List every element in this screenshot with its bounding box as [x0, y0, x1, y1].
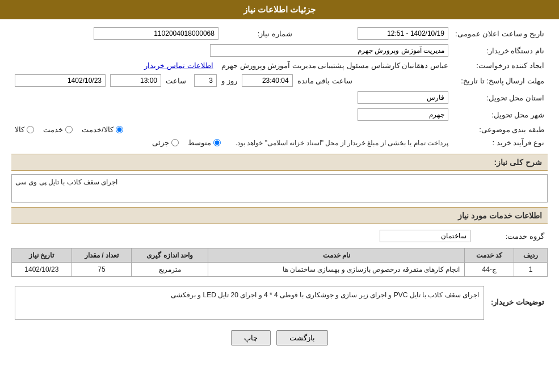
need-desc-box: اجرای سقف کاذب با تایل پی وی سی — [11, 174, 548, 203]
process-note: پرداخت تمام یا بخشی از مبلغ خریدار از مح… — [236, 139, 448, 147]
print-button[interactable]: چاپ — [231, 330, 271, 345]
category-radio-kala-khedmat-input[interactable] — [116, 126, 123, 133]
category-radio-kala-input[interactable] — [27, 126, 34, 133]
days-label: روز و — [221, 77, 237, 85]
city-label: شهر محل تحویل: — [452, 106, 548, 123]
process-type-row: پرداخت تمام یا بخشی از مبلغ خریدار از مح… — [15, 138, 448, 147]
services-table-body: 1ج-44انجام کارهای متفرقه درخصوص بازسازی … — [12, 263, 548, 277]
table-cell: مترمربع — [132, 263, 208, 277]
table-row: 1ج-44انجام کارهای متفرقه درخصوص بازسازی … — [12, 263, 548, 277]
category-radio-khedmat-input[interactable] — [65, 126, 73, 133]
requester-label: ایجاد کننده درخواست: — [452, 59, 548, 72]
buttons-row: بازگشت چاپ — [11, 330, 548, 345]
col-unit: واحد اندازه گیری — [132, 248, 208, 263]
category-label: طبقه بندی موضوعی: — [452, 123, 548, 136]
services-table: ردیف کد خدمت نام خدمت واحد اندازه گیری ت… — [11, 248, 548, 277]
days-input[interactable] — [194, 74, 217, 87]
col-qty: تعداد / مقدار — [72, 248, 132, 263]
table-row: شهر محل تحویل: — [11, 106, 548, 123]
table-cell: انجام کارهای متفرقه درخصوص بازسازی و بهس… — [208, 263, 465, 277]
page-title: جزئیات اطلاعات نیاز — [243, 5, 316, 14]
table-cell: 1402/10/23 — [12, 263, 72, 277]
announce-label: تاریخ و ساعت اعلان عمومی: — [452, 25, 548, 42]
table-header-row: ردیف کد خدمت نام خدمت واحد اندازه گیری ت… — [12, 248, 548, 263]
remaining-label: ساعت باقی مانده — [297, 77, 352, 85]
deadline-row: ساعت باقی مانده روز و ساعت — [15, 74, 448, 87]
category-radio-group: کالا/خدمت خدمت کالا — [15, 125, 448, 134]
requester-link[interactable]: اطلاعات تماس خریدار — [144, 61, 213, 70]
services-header-label: اطلاعات خدمات مورد نیاز — [458, 211, 542, 220]
need-number-value-cell — [11, 25, 222, 42]
process-radio-motevaset-input[interactable] — [213, 139, 221, 146]
need-desc-header-label: شرح کلی نیاز: — [494, 158, 542, 167]
need-desc-section-header: شرح کلی نیاز: — [11, 154, 548, 171]
col-service-name: نام خدمت — [208, 248, 465, 263]
col-row: ردیف — [514, 248, 548, 263]
category-radio-khedmat-label: خدمت — [43, 125, 63, 134]
city-input[interactable] — [358, 108, 448, 121]
page-header: جزئیات اطلاعات نیاز — [0, 0, 559, 19]
deadline-time-input[interactable] — [110, 74, 161, 87]
requester-value-cell: عباس دهقانیان کارشناس مسئول پشتیبانی مدی… — [11, 59, 452, 72]
table-cell: 1 — [514, 263, 548, 277]
province-value-cell — [11, 89, 452, 106]
main-info-table: تاریخ و ساعت اعلان عمومی: شماره نیاز: نا… — [11, 25, 548, 149]
city-value-cell — [11, 106, 452, 123]
buyer-desc-label: توضیحات خریدار: — [487, 281, 548, 322]
category-radio-kala-khedmat[interactable]: کالا/خدمت — [82, 125, 123, 134]
process-radio-jozii-label: جزئی — [152, 138, 169, 147]
need-desc-area: اجرای سقف کاذب با تایل پی وی سی — [11, 174, 548, 203]
requester-name: عباس دهقانیان کارشناس مسئول پشتیبانی مدی… — [221, 61, 448, 70]
page-wrapper: جزئیات اطلاعات نیاز تاریخ و ساعت اعلان ع… — [0, 0, 559, 392]
col-date: تاریخ نیاز — [12, 248, 72, 263]
table-row: نوع فرآیند خرید : پرداخت تمام یا بخشی از… — [11, 136, 548, 149]
table-cell: ج-44 — [465, 263, 514, 277]
category-radio-kala[interactable]: کالا — [15, 125, 34, 134]
process-radio-group: متوسط جزئی — [152, 138, 221, 147]
content-area: تاریخ و ساعت اعلان عمومی: شماره نیاز: نا… — [0, 19, 559, 357]
process-radio-motevaset[interactable]: متوسط — [188, 138, 221, 147]
buyer-name-value-cell — [11, 42, 452, 59]
service-group-input[interactable] — [380, 230, 470, 242]
time-label: ساعت — [166, 77, 186, 85]
deadline-date-input[interactable] — [15, 74, 106, 87]
process-radio-jozii-input[interactable] — [171, 139, 179, 146]
table-row: مهلت ارسال پاسخ: تا تاریخ: ساعت باقی مان… — [11, 72, 548, 89]
service-group-label: گروه خدمت: — [474, 227, 548, 245]
table-row: تاریخ و ساعت اعلان عمومی: شماره نیاز: — [11, 25, 548, 42]
buyer-desc-value-cell: اجرای سقف کاذب با تایل PVC و اجرای زیر س… — [11, 281, 487, 322]
table-row: ایجاد کننده درخواست: عباس دهقانیان کارشن… — [11, 59, 548, 72]
service-group-table: گروه خدمت: — [11, 227, 548, 245]
buyer-desc-text: اجرای سقف کاذب با تایل PVC و اجرای زیر س… — [171, 291, 479, 299]
category-radio-khedmat[interactable]: خدمت — [43, 125, 73, 134]
announce-date-row — [299, 27, 448, 40]
table-row: طبقه بندی موضوعی: کالا/خدمت خدمت — [11, 123, 548, 136]
table-cell: 75 — [72, 263, 132, 277]
need-number-input[interactable] — [94, 27, 218, 40]
deadline-label: مهلت ارسال پاسخ: تا تاریخ: — [452, 72, 548, 89]
process-radio-jozii[interactable]: جزئی — [152, 138, 179, 147]
deadline-value-cell: ساعت باقی مانده روز و ساعت — [11, 72, 452, 89]
category-value-cell: کالا/خدمت خدمت کالا — [11, 123, 452, 136]
remaining-input[interactable] — [242, 74, 293, 87]
col-code: کد خدمت — [465, 248, 514, 263]
announce-value-cell — [296, 25, 452, 42]
process-radio-motevaset-label: متوسط — [188, 138, 211, 147]
announce-datetime-input[interactable] — [358, 27, 448, 40]
need-number-label: شماره نیاز: — [222, 25, 296, 42]
need-desc-text: اجرای سقف کاذب با تایل پی وی سی — [15, 178, 117, 186]
buyer-desc-table: توضیحات خریدار: اجرای سقف کاذب با تایل P… — [11, 281, 548, 322]
buyer-name-label: نام دستگاه خریدار: — [452, 42, 548, 59]
process-type-value-cell: پرداخت تمام یا بخشی از مبلغ خریدار از مح… — [11, 136, 452, 149]
table-row: نام دستگاه خریدار: — [11, 42, 548, 59]
buyer-name-input[interactable] — [210, 44, 448, 57]
table-row: توضیحات خریدار: اجرای سقف کاذب با تایل P… — [11, 281, 548, 322]
province-input[interactable] — [358, 91, 448, 104]
category-radio-kala-label: کالا — [15, 125, 24, 134]
service-group-value-cell — [11, 227, 474, 245]
table-row: استان محل تحویل: — [11, 89, 548, 106]
province-label: استان محل تحویل: — [452, 89, 548, 106]
category-radio-kala-khedmat-label: کالا/خدمت — [82, 125, 114, 134]
table-row: گروه خدمت: — [11, 227, 548, 245]
back-button[interactable]: بازگشت — [276, 330, 328, 345]
